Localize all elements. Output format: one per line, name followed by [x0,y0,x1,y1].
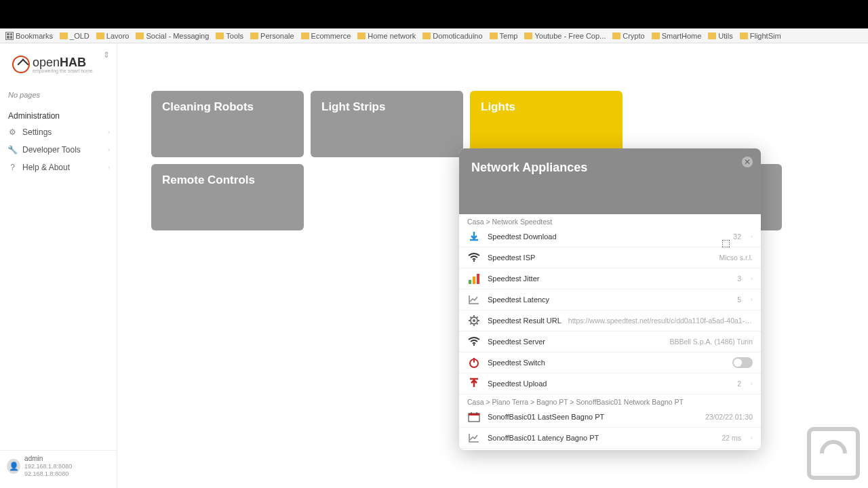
logo-tagline: empowering the smart home [33,68,93,73]
chevron-right-icon: › [751,380,753,387]
modal-title: Network Appliances [471,161,749,175]
help-icon: ? [8,163,17,172]
pin-icon[interactable]: ⇕ [103,50,110,60]
chart-icon [467,293,481,306]
chevron-right-icon: › [108,129,110,136]
upload-icon [467,377,481,390]
footer-username: admin [24,455,110,462]
sidebar-no-pages: No pages [0,85,117,104]
logo[interactable]: openHAB empowering the smart home [0,50,117,85]
chevron-right-icon: › [751,275,753,282]
wrench-icon: 🔧 [8,146,17,155]
gear-icon [467,314,481,327]
svg-rect-3 [477,274,479,284]
row-speedtest-result-url[interactable]: Speedtest Result URL https://www.speedte… [459,310,761,331]
sidebar-item-label: Settings [22,127,52,137]
wifi-icon [467,251,481,264]
svg-point-0 [473,260,475,262]
bookmarks-bar: Bookmarks _OLD Lavoro Social - Messaging… [0,28,868,43]
bookmark-folder-homenetwork[interactable]: Home network [357,32,416,40]
row-sonoff-lastseen[interactable]: SonoffBasic01 LastSeen Bagno PT 23/02/22… [459,407,761,428]
bookmark-folder-old[interactable]: _OLD [60,32,90,40]
bookmark-folder-lavoro[interactable]: Lavoro [96,32,130,40]
bookmark-folder-smarthome[interactable]: SmartHome [652,32,702,40]
sidebar: ⇕ openHAB empowering the smart home No p… [0,43,117,488]
card-lights[interactable]: Lights [470,91,623,157]
watermark-logo [807,427,860,480]
download-icon [467,230,481,243]
browser-chrome-blackbar [0,0,868,28]
row-speedtest-isp[interactable]: Speedtest ISP Micso s.r.l. [459,247,761,268]
sidebar-item-devtools[interactable]: 🔧 Developer Tools › [0,141,117,159]
card-remote-controls[interactable]: Remote Controls [151,164,304,230]
row-speedtest-switch[interactable]: Speedtest Switch [459,352,761,373]
toggle-switch[interactable] [732,357,753,368]
bookmark-folder-temp[interactable]: Temp [490,32,518,40]
breadcrumb: Casa > Network Speedtest [459,214,761,226]
row-sonoff-latency[interactable]: SonoffBasic01 Latency Bagno PT 22 ms › [459,428,761,449]
bookmark-folder-social[interactable]: Social - Messaging [136,32,209,40]
calendar-icon [467,410,481,424]
bookmark-folder-utils[interactable]: Utils [708,32,732,40]
sidebar-item-settings[interactable]: ⚙ Settings › [0,123,117,141]
card-light-strips[interactable]: Light Strips [311,91,463,157]
chevron-right-icon: › [108,146,110,153]
svg-rect-10 [469,413,479,415]
sidebar-footer[interactable]: 👤 admin 192.168.1.8:8080 92.168.1.8:8080 [0,450,117,481]
footer-url: 192.168.1.8:8080 [24,463,72,470]
row-speedtest-latency[interactable]: Speedtest Latency 5 › [459,289,761,310]
chevron-right-icon: › [751,233,753,240]
svg-point-5 [473,319,475,322]
sidebar-admin-heading: Administration [0,104,117,123]
modal-header: Network Appliances ✕ [459,148,761,214]
bookmark-folder-flightsim[interactable]: FlightSim [740,32,781,40]
bookmark-folder-ecommerce[interactable]: Ecommerce [301,32,351,40]
row-speedtest-server[interactable]: Speedtest Server BBBell S.p.A. (1486) Tu… [459,331,761,352]
chart-icon [467,431,481,445]
avatar: 👤 [7,459,20,474]
bookmark-folder-tools[interactable]: Tools [216,32,243,40]
chevron-right-icon: › [751,434,753,441]
bookmark-folder-youtube[interactable]: Youtube - Free Cop... [524,32,606,40]
card-cleaning-robots[interactable]: Cleaning Robots [151,91,304,157]
sidebar-item-label: Help & About [22,163,70,172]
chevron-right-icon: › [108,164,110,171]
svg-rect-2 [473,277,475,284]
sidebar-item-help[interactable]: ? Help & About › [0,159,117,176]
svg-rect-1 [469,280,471,284]
bookmark-folder-crypto[interactable]: Crypto [612,32,644,40]
power-icon [467,356,481,369]
bars-icon [467,272,481,285]
close-icon[interactable]: ✕ [742,157,753,167]
row-speedtest-jitter[interactable]: Speedtest Jitter 3 › [459,268,761,289]
sidebar-item-label: Developer Tools [22,145,81,155]
logo-icon [12,56,30,73]
row-speedtest-upload[interactable]: Speedtest Upload 2 › [459,373,761,394]
bookmark-folder-domoticaduino[interactable]: Domoticaduino [422,32,482,40]
bookmark-folder-personale[interactable]: Personale [250,32,294,40]
breadcrumb: Casa > Piano Terra > Bagno PT > SonoffBa… [459,394,761,407]
svg-point-6 [473,344,475,346]
gear-icon: ⚙ [8,128,17,137]
chevron-right-icon: › [751,296,753,303]
wifi-icon [467,335,481,348]
content-area: Cleaning Robots Light Strips Lights Remo… [117,43,868,488]
network-appliances-modal: Network Appliances ✕ Casa > Network Spee… [459,148,761,450]
row-sonoff-online[interactable]: SonoffBasic01 Online Bagno PT ON [459,449,761,450]
row-speedtest-download[interactable]: Speedtest Download 32 › [459,226,761,247]
bookmarks-label: Bookmarks [16,32,53,40]
bookmarks-menu[interactable]: Bookmarks [5,32,53,40]
